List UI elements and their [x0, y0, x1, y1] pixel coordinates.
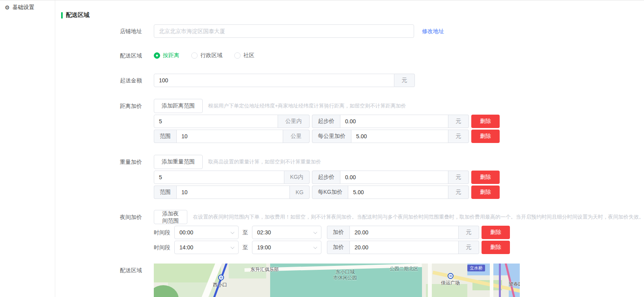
- area-type-row: 配送区域 按距离 行政区域 社区: [61, 52, 644, 59]
- section-header: 配送区域: [61, 11, 644, 19]
- min-order-label: 起送金额: [61, 74, 142, 87]
- night-period-row: 时间段 00:00 至 02:30 加价 元 删除: [154, 226, 644, 239]
- radio-label: 社区: [243, 52, 254, 59]
- night-start-value: 00:00: [179, 229, 193, 236]
- night-start-value: 14:00: [179, 244, 193, 251]
- yuan-unit-suffix: 元: [459, 226, 479, 239]
- distance-fee-row: 距离加价 添加距离范围 根据用户下单定位地址经纬度+商家地址经纬度计算骑行距离，…: [61, 99, 644, 145]
- yuan-unit-suffix: 元: [459, 241, 479, 254]
- weight-base-limit-input[interactable]: [154, 171, 284, 184]
- add-weight-range-button[interactable]: 添加重量范围: [154, 155, 203, 169]
- distance-range-limit-input[interactable]: [176, 130, 283, 143]
- weight-fee-row: 重量加价 添加重量范围 取商品设置的重量计算，如留空则不计算重量加价 KG内 起…: [61, 155, 644, 200]
- delete-night-row-button[interactable]: 删除: [482, 226, 510, 239]
- weight-fee-block: 添加重量范围 取商品设置的重量计算，如留空则不计算重量加价 KG内 起步价 元 …: [154, 155, 500, 200]
- sidebar-item-label: 基础设置: [13, 4, 35, 11]
- radio-admin-region[interactable]: 行政区域: [191, 52, 222, 59]
- map-station-badge: 立水桥: [467, 265, 485, 271]
- night-end-select[interactable]: 19:00: [252, 241, 321, 254]
- night-start-select[interactable]: 14:00: [174, 241, 239, 254]
- to-label: 至: [243, 241, 248, 254]
- km-within-suffix: 公里内: [278, 115, 310, 128]
- edit-address-link[interactable]: 修改地址: [422, 24, 444, 38]
- radio-label: 按距离: [163, 52, 179, 59]
- yuan-unit-suffix: 元: [448, 130, 469, 143]
- main-content: 配送区域 店铺地址 修改地址 配送区域 按距离 行政区域 社区: [55, 0, 644, 297]
- night-fee-input[interactable]: [349, 226, 459, 239]
- distance-base-row: 公里内 起步价 元 删除: [154, 115, 500, 128]
- delivery-map-label: 配送区域: [61, 264, 142, 277]
- min-order-input[interactable]: [154, 74, 394, 87]
- map-place-label: 东小口城 市休闲公园: [327, 269, 364, 281]
- weight-per-kg-fee-input[interactable]: [348, 186, 448, 199]
- delete-night-row-button[interactable]: 删除: [482, 241, 510, 254]
- yuan-unit-suffix: 元: [448, 186, 469, 199]
- range-prefix: 范围: [154, 186, 176, 199]
- night-fee-input[interactable]: [349, 241, 459, 254]
- per-kg-fee-prefix: 每KG加价: [312, 186, 348, 199]
- radio-by-distance[interactable]: 按距离: [154, 52, 179, 59]
- chevron-down-icon: [314, 230, 317, 234]
- delete-distance-base-button[interactable]: 删除: [471, 115, 500, 128]
- radio-unchecked-icon: [191, 52, 198, 59]
- night-period-row: 时间段 14:00 至 19:00 加价 元 删除: [154, 241, 644, 254]
- map-park-label-line1: 东小口城: [327, 269, 364, 275]
- min-order-row: 起送金额 元: [61, 74, 644, 87]
- map-place-label: 佳运广场: [441, 280, 460, 286]
- sidebar-item-basic-settings[interactable]: ⚙ 基础设置: [0, 0, 55, 15]
- metro-station-icon: G: [448, 273, 454, 279]
- store-address-input[interactable]: [154, 24, 414, 38]
- delete-weight-base-button[interactable]: 删除: [471, 171, 500, 184]
- night-end-value: 19:00: [257, 244, 271, 251]
- distance-base-fee-input[interactable]: [340, 115, 448, 128]
- chevron-down-icon: [231, 230, 235, 234]
- yuan-unit-suffix: 元: [394, 74, 415, 87]
- distance-per-km-fee-input[interactable]: [351, 130, 448, 143]
- weight-base-fee-input[interactable]: [340, 171, 448, 184]
- weight-range-limit-input[interactable]: [176, 186, 290, 199]
- map-place-label: 公园二期北区: [390, 265, 418, 272]
- weight-fee-hint: 取商品设置的重量计算，如留空则不计算重量加价: [208, 158, 321, 165]
- night-fee-hint: 在设置的夜间时间范围内下单，加收费用！如留空，则不计算夜间加价。当配送时间与多个…: [193, 213, 644, 221]
- distance-range-row: 范围 公里 每公里加价 元 删除: [154, 130, 500, 143]
- night-start-select[interactable]: 00:00: [174, 226, 239, 239]
- radio-checked-icon: [154, 52, 160, 59]
- delivery-area-map[interactable]: G G 东升汇俱乐部 西小口 东小口城 市休闲公园 公园二期北区 佳运广场 立水…: [154, 264, 520, 297]
- distance-base-limit-input[interactable]: [154, 115, 278, 128]
- area-type-label: 配送区域: [61, 52, 142, 59]
- metro-station-icon: G: [218, 275, 224, 280]
- min-order-group: 元: [154, 74, 415, 87]
- base-price-prefix: 起步价: [312, 171, 340, 184]
- store-address-row: 店铺地址 修改地址: [61, 24, 644, 38]
- surcharge-prefix: 加价: [327, 241, 349, 254]
- weight-range-row: 范围 KG 每KG加价 元 删除: [154, 186, 500, 199]
- to-label: 至: [243, 226, 248, 239]
- radio-label: 行政区域: [200, 52, 222, 59]
- delete-weight-range-button[interactable]: 删除: [471, 186, 500, 199]
- delete-distance-range-button[interactable]: 删除: [471, 130, 500, 143]
- weight-fee-label: 重量加价: [61, 155, 142, 169]
- yuan-unit-suffix: 元: [448, 115, 469, 128]
- delivery-map-row: 配送区域: [61, 264, 644, 297]
- surcharge-prefix: 加价: [327, 226, 349, 239]
- section-accent-bar: [61, 12, 63, 19]
- base-price-prefix: 起步价: [312, 115, 340, 128]
- gear-icon: ⚙: [5, 5, 10, 10]
- radio-community[interactable]: 社区: [234, 52, 254, 59]
- delivery-settings-page: ⚙ 基础设置 配送区域 店铺地址 修改地址 配送区域 按距离 行政区域: [0, 0, 644, 297]
- map-place-label: 西小口: [213, 282, 227, 288]
- radio-unchecked-icon: [234, 52, 241, 59]
- chevron-down-icon: [314, 245, 317, 249]
- range-prefix: 范围: [154, 130, 176, 143]
- map-road: [428, 264, 432, 297]
- chevron-down-icon: [231, 245, 235, 249]
- yuan-unit-suffix: 元: [448, 171, 469, 184]
- distance-fee-hint: 根据用户下单定位地址经纬度+商家地址经纬度计算骑行距离，如留空则不计算距离加价: [208, 102, 406, 110]
- weight-base-row: KG内 起步价 元 删除: [154, 171, 500, 184]
- page-title: 配送区域: [66, 11, 90, 19]
- sidebar: ⚙ 基础设置: [0, 0, 55, 297]
- add-distance-range-button[interactable]: 添加距离范围: [154, 99, 203, 113]
- map-metro-line: [499, 264, 501, 297]
- night-end-select[interactable]: 02:30: [252, 226, 321, 239]
- add-night-range-button[interactable]: 添加夜间范围: [154, 210, 187, 224]
